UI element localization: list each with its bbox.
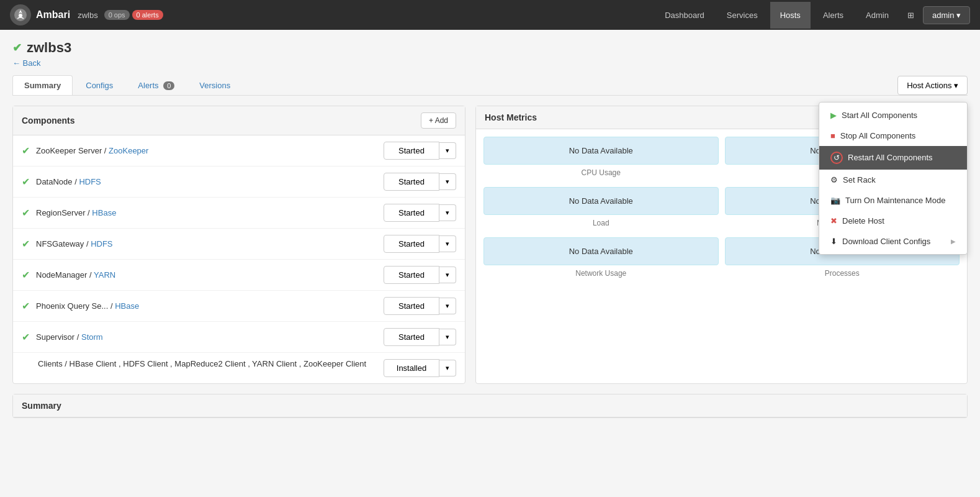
brand: Ambari [10,4,70,25]
ops-badge: 0 ops [104,10,130,20]
maintenance-icon: 📷 [830,196,840,205]
nodemanager-status-icon: ✔ [22,269,30,281]
datanode-service-link[interactable]: HDFS [79,177,101,186]
maintenance-label: Turn On Maintenance Mode [845,196,945,205]
tab-alerts[interactable]: Alerts 0 [126,75,186,95]
phoenix-status-btn[interactable]: Started [384,297,439,315]
nodemanager-name: NodeManager / YARN [36,270,384,280]
zookeeper-status-btn[interactable]: Started [384,142,439,160]
supervisor-service-link[interactable]: Storm [81,332,103,342]
nfsgateway-service-link[interactable]: HDFS [91,239,112,248]
start-all-label: Start All Components [842,111,917,120]
nav-hosts[interactable]: Hosts [770,2,811,29]
nfsgateway-status-btn[interactable]: Started [384,235,439,253]
ambari-logo [10,4,31,25]
datanode-status-group: Started ▾ [384,173,456,191]
clients-status-group: Installed ▾ [384,359,456,377]
nav-dashboard[interactable]: Dashboard [655,2,714,29]
components-heading: Components + Add [13,106,465,135]
download-icon: ⬇ [830,237,837,246]
delete-host-label: Delete Host [842,216,884,226]
supervisor-status-group: Started ▾ [384,328,456,346]
network-value: No Data Available [483,237,719,265]
phoenix-dropdown-btn[interactable]: ▾ [439,298,456,314]
set-rack[interactable]: ⚙ Set Rack [819,170,967,190]
nav-alerts[interactable]: Alerts [813,2,853,29]
component-row-zookeeper: ✔ ZooKeeper Server / ZooKeeper Started ▾ [13,135,465,166]
supervisor-status-icon: ✔ [22,331,30,343]
nodemanager-service-link[interactable]: YARN [94,270,115,280]
nodemanager-status-btn[interactable]: Started [384,266,439,284]
regionserver-status-btn[interactable]: Started [384,204,439,222]
regionserver-service-link[interactable]: HBase [92,208,116,217]
datanode-dropdown-btn[interactable]: ▾ [439,173,456,190]
network-card: No Data Available [483,237,719,265]
tab-versions[interactable]: Versions [187,75,242,95]
datanode-status-btn[interactable]: Started [384,173,439,191]
restart-all-label: Restart All Components [848,153,933,162]
zookeeper-dropdown-btn[interactable]: ▾ [439,142,456,159]
clients-name: Clients / HBase Client , HDFS Client , M… [22,359,384,368]
cpu-card: No Data Available [483,137,719,165]
host-name: zwlbs3 [27,40,71,56]
host-actions-button[interactable]: Host Actions ▾ [897,76,968,95]
summary-bottom-panel: Summary [12,394,968,418]
start-all-components[interactable]: ▶ Start All Components [819,105,967,125]
zookeeper-name: ZooKeeper Server / ZooKeeper [36,146,384,155]
component-row-nodemanager: ✔ NodeManager / YARN Started ▾ [13,260,465,291]
summary-bottom-heading: Summary [13,394,967,417]
processes-label: Processes [725,269,960,278]
navbar: Ambari zwlbs 0 ops 0 alerts Dashboard Se… [0,0,980,30]
phoenix-name: Phoenix Query Se... / HBase [36,301,384,311]
alerts-badge: 0 alerts [132,10,163,20]
nav-services[interactable]: Services [717,2,768,29]
zookeeper-service-link[interactable]: ZooKeeper [109,146,148,155]
host-status-icon: ✔ [12,41,22,55]
page-content: ✔ zwlbs3 ← Back Summary Configs Alerts 0… [0,30,980,428]
zookeeper-status-icon: ✔ [22,145,30,157]
regionserver-status-icon: ✔ [22,207,30,219]
svg-point-1 [19,14,22,17]
maintenance-mode[interactable]: 📷 Turn On Maintenance Mode [819,190,967,211]
host-title-row: ✔ zwlbs3 [12,40,968,56]
tab-configs[interactable]: Configs [74,75,125,95]
nav-admin[interactable]: Admin [856,2,899,29]
regionserver-dropdown-btn[interactable]: ▾ [439,204,456,221]
nfsgateway-name: NFSGateway / HDFS [36,239,384,248]
instance-name: zwlbs [78,11,98,20]
add-component-button[interactable]: + Add [421,112,456,129]
supervisor-name: Supervisor / Storm [36,332,384,342]
load-value: No Data Available [483,187,719,215]
play-icon: ▶ [830,111,837,120]
clients-dropdown-btn[interactable]: ▾ [439,360,456,376]
supervisor-status-btn[interactable]: Started [384,328,439,346]
download-client-configs[interactable]: ⬇ Download Client Configs [819,231,967,252]
network-label: Network Usage [483,269,719,278]
host-actions-dropdown: ▶ Start All Components ■ Stop All Compon… [819,102,968,255]
component-row-regionserver: ✔ RegionServer / HBase Started ▾ [13,198,465,229]
main-nav: Dashboard Services Hosts Alerts Admin ⊞ … [655,2,970,29]
zookeeper-status-group: Started ▾ [384,142,456,160]
restart-icon: ↺ [830,152,843,164]
cpu-value: No Data Available [483,137,719,165]
brand-name: Ambari [36,9,70,21]
component-row-nfsgateway: ✔ NFSGateway / HDFS Started ▾ [13,229,465,260]
supervisor-dropdown-btn[interactable]: ▾ [439,329,456,345]
nfsgateway-status-icon: ✔ [22,238,30,250]
tab-summary[interactable]: Summary [12,75,73,95]
restart-all-components[interactable]: ↺ Restart All Components [819,146,967,170]
nodemanager-dropdown-btn[interactable]: ▾ [439,267,456,283]
clients-status-btn[interactable]: Installed [384,359,439,377]
load-card: No Data Available [483,187,719,215]
nfsgateway-dropdown-btn[interactable]: ▾ [439,235,456,252]
phoenix-status-icon: ✔ [22,300,30,312]
delete-host[interactable]: ✖ Delete Host [819,211,967,231]
datanode-status-icon: ✔ [22,176,30,188]
download-configs-label: Download Client Configs [842,237,930,246]
back-link[interactable]: ← Back [12,58,968,68]
phoenix-service-link[interactable]: HBase [115,301,139,311]
nodemanager-status-group: Started ▾ [384,266,456,284]
user-menu-button[interactable]: admin ▾ [923,6,970,24]
stop-all-components[interactable]: ■ Stop All Components [819,125,967,146]
grid-icon[interactable]: ⊞ [901,2,920,29]
